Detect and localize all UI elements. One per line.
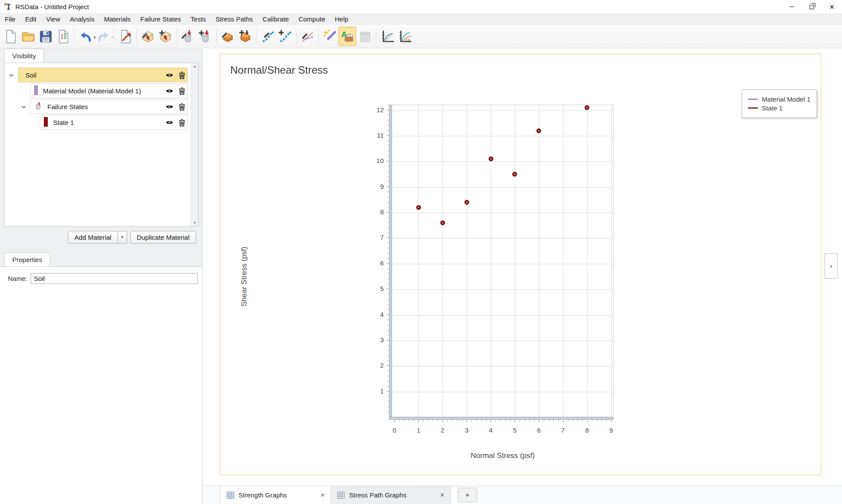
x-tick [544,420,544,421]
data-point [464,200,469,205]
name-input[interactable] [31,273,198,284]
report-button[interactable] [54,27,72,46]
data-point [536,128,541,133]
edit-stress-path-button[interactable] [259,27,276,46]
tab-visibility[interactable]: Visibility [4,49,44,63]
duplicate-material-button[interactable]: Duplicate Material [130,231,196,244]
toolbar-separator [376,28,376,44]
toolbar-separator [318,28,319,44]
trash-delete-icon[interactable] [178,103,186,111]
edit-test-icon [181,29,195,44]
menu-analysis[interactable]: Analysis [65,13,99,25]
stress-path-graph-button[interactable]: c6 [396,27,414,46]
expand-side-panel-button[interactable]: › [824,253,838,279]
y-tick [388,299,389,300]
close-tab-icon[interactable]: × [436,491,444,499]
chevron-down-icon[interactable] [20,103,27,110]
y-tick-label: 8 [369,208,384,216]
edit-test-button[interactable] [179,27,196,46]
x-tick [505,420,506,421]
window-title: RSData - Untitled Project [15,3,89,11]
gridline [392,366,613,366]
trash-delete-icon[interactable] [178,87,186,95]
table-icon [337,492,345,499]
menu-stress-paths[interactable]: Stress Paths [211,13,258,25]
trash-delete-icon[interactable] [178,71,186,79]
edit-project-button[interactable] [117,27,134,46]
redo-button[interactable]: ▼ [94,27,112,46]
tree-scrollbar[interactable]: ▲ ▼ [191,63,198,226]
tree-item-state-1[interactable]: State 1 [40,115,188,130]
add-material-button[interactable]: Add Material [68,231,118,244]
y-tick-label: 5 [369,285,384,292]
y-tick [388,273,389,274]
x-tick [428,420,428,421]
chevron-down-icon[interactable] [8,72,15,79]
close-button[interactable]: ✕ [822,0,842,13]
calibrate-button[interactable] [299,27,316,46]
tree-item-material-model-material-model-1-[interactable]: Material Model (Material Model 1) [30,83,188,98]
data-table-button[interactable]: A [339,27,356,46]
menu-compute[interactable]: Compute [294,13,330,25]
undo-button[interactable]: ▼ [77,27,94,46]
eye-visibility-icon[interactable] [165,87,174,95]
menu-failure-states[interactable]: Failure States [136,13,186,25]
y-tick [388,376,389,376]
toolbar-separator [256,28,257,44]
x-tick-label: 9 [605,426,618,434]
tree-item-failure-states[interactable]: Failure States [30,99,188,114]
x-tick [447,420,448,421]
y-tick [388,319,389,320]
tab-strength-graphs[interactable]: Strength Graphs × [220,486,331,504]
eye-visibility-icon[interactable] [165,103,174,110]
data-point [560,105,565,105]
add-stress-path-button[interactable] [276,27,294,46]
save-file-icon [39,29,53,44]
open-file-button[interactable] [19,27,37,46]
add-material-button[interactable] [157,27,174,46]
scroll-up-icon[interactable]: ▲ [191,64,198,68]
dropdown-caret-icon[interactable]: ▼ [111,35,114,39]
tab-stress-path-graphs[interactable]: Stress Path Graphs × [331,486,451,504]
compute-table-button[interactable] [356,27,374,46]
add-failure-state-button[interactable] [236,27,254,46]
strength-graph-button[interactable] [378,27,396,46]
add-material-icon [158,29,173,44]
y-tick [386,135,389,136]
gridline [392,110,613,111]
data-point [440,220,445,225]
new-file-button[interactable] [2,27,19,46]
x-tick [582,420,583,421]
save-file-button[interactable] [37,27,54,46]
minimize-button[interactable] [781,0,802,13]
menu-file[interactable]: File [0,13,20,25]
data-point [416,205,421,210]
close-tab-icon[interactable]: × [316,491,325,499]
calibrate-icon [300,29,315,44]
x-tick [404,420,404,421]
restore-icon [810,5,814,9]
x-tick [578,420,578,421]
add-test-button[interactable] [196,27,214,46]
menu-tests[interactable]: Tests [186,13,211,25]
edit-material-button[interactable] [139,27,157,46]
menu-edit[interactable]: Edit [20,13,41,25]
x-tick [524,420,525,421]
add-material-dropdown-button[interactable]: ▼ [118,231,127,244]
menu-materials[interactable]: Materials [99,13,136,25]
restore-button[interactable] [802,0,822,13]
tab-properties[interactable]: Properties [4,252,50,266]
edit-failure-state-button[interactable] [219,27,236,46]
tree-item-soil[interactable]: Soil [18,67,188,82]
gridline [392,238,613,238]
menu-view[interactable]: View [41,13,65,25]
new-tab-button[interactable]: + [458,488,477,502]
trash-delete-icon[interactable] [178,118,186,127]
eye-visibility-icon[interactable] [165,119,174,126]
menu-help[interactable]: Help [330,13,353,25]
scroll-down-icon[interactable]: ▼ [191,221,198,225]
gridline [392,264,613,264]
menu-calibrate[interactable]: Calibrate [258,13,294,25]
eye-visibility-icon[interactable] [165,71,174,79]
magic-wand-button[interactable] [321,27,339,46]
